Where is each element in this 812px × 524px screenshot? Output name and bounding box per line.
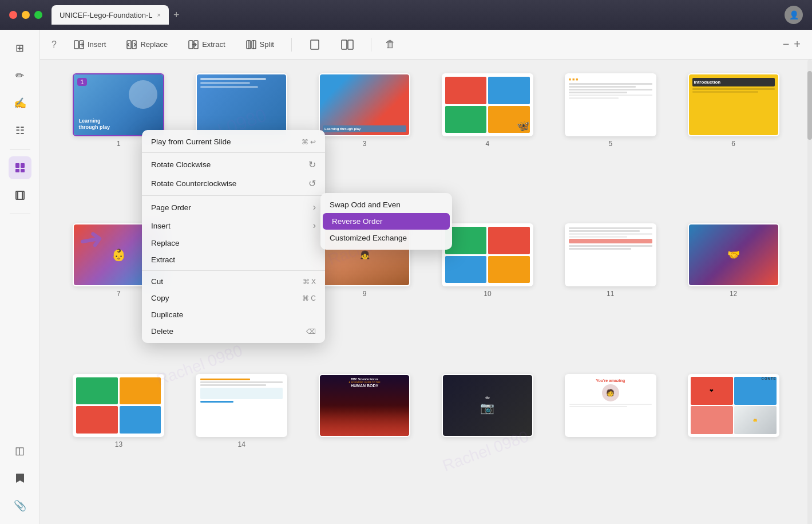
delete-button[interactable]: 🗑 [385, 38, 395, 50]
thumb-image-13[interactable] [73, 374, 164, 437]
avatar: 👤 [785, 6, 803, 24]
thumb-image-17[interactable]: You're amazing 🧑 [565, 374, 656, 437]
thumb-image-5[interactable]: ■ ■ ■ [565, 73, 656, 136]
page-thumb-4[interactable]: 🦋 4 [431, 73, 543, 210]
thumb-image-16[interactable]: dp 📷 [442, 374, 533, 437]
cm-page-order[interactable]: Page Order [142, 198, 325, 216]
sidebar-divider-1 [10, 149, 30, 149]
maximize-button[interactable] [34, 11, 42, 19]
thumb-image-6[interactable]: Introduction [688, 73, 779, 136]
svg-rect-22 [348, 40, 353, 49]
scrollbar-thumb[interactable] [807, 71, 812, 140]
extract-button[interactable]: Extract [185, 37, 228, 52]
page-thumb-12[interactable]: 🤝 12 [678, 223, 789, 360]
page-number-1: 1 [117, 140, 121, 148]
page-number-7: 7 [117, 290, 121, 298]
scrollbar[interactable] [807, 60, 812, 524]
cm-cut-label: Cut [151, 277, 163, 286]
sidebar-divider-2 [10, 214, 30, 214]
toolbar-separator-1 [291, 38, 292, 52]
thumb-image-10[interactable] [442, 223, 533, 286]
cm-rotate-cw-icon: ↻ [308, 159, 316, 170]
minimize-button[interactable] [22, 11, 30, 19]
cm-extract-label: Extract [151, 255, 175, 264]
cm-replace[interactable]: Replace [142, 235, 325, 251]
thumb-image-14[interactable] [196, 374, 287, 437]
thumb-image-1[interactable]: Learningthrough play 1 [73, 73, 164, 136]
page-thumb-14[interactable]: 14 [186, 374, 298, 510]
page-thumb-16[interactable]: dp 📷 [431, 374, 543, 510]
page-number-11: 11 [607, 290, 614, 298]
sidebar-icon-edit[interactable]: ✏ [9, 64, 31, 87]
svg-rect-1 [21, 163, 25, 168]
cm-rotate-cw[interactable]: Rotate Clockwise ↻ [142, 155, 325, 174]
page-thumb-11[interactable]: 11 [554, 223, 666, 360]
view-single-button[interactable] [306, 37, 324, 53]
insert-label: Insert [88, 40, 106, 49]
document-tab[interactable]: UNICEF-Lego-Foundation-L × [52, 5, 169, 25]
page-thumb-5[interactable]: ■ ■ ■ 5 [554, 73, 666, 210]
sidebar-icon-layers[interactable]: ◫ [9, 439, 31, 462]
svg-rect-13 [189, 41, 193, 49]
cm-play-shortcut: ⌘ ↩ [302, 138, 316, 146]
thumb-image-15[interactable]: BBC Science Focus A SCIENTIFIC GUIDE TO … [319, 374, 410, 437]
thumb-image-4[interactable]: 🦋 [442, 73, 533, 136]
page-thumb-3[interactable]: Learning through play 3 [309, 73, 421, 210]
svg-rect-0 [15, 163, 19, 168]
page-thumb-17[interactable]: You're amazing 🧑 [554, 374, 666, 510]
cm-copy[interactable]: Copy ⌘ C [142, 290, 325, 306]
cm-cut[interactable]: Cut ⌘ X [142, 273, 325, 290]
sidebar-icon-crop[interactable] [9, 184, 31, 207]
cm-divider-1 [142, 152, 325, 153]
cm-delete[interactable]: Delete ⌫ [142, 323, 325, 340]
thumb-image-18[interactable]: ❤ 🤲 CONTE [688, 374, 779, 437]
toolbar-separator-2 [371, 38, 371, 52]
main-area: ⊞ ✏ ✍ ☷ ◫ 📎 ? Insert [0, 30, 812, 524]
sidebar-icon-organize[interactable]: ☷ [9, 119, 31, 142]
cm-rotate-ccw[interactable]: Rotate Counterclockwise ↺ [142, 174, 325, 193]
cm-swap-label: Swap Odd and Even [330, 200, 401, 209]
toolbar: ? Insert Replace Extract Split [40, 30, 812, 60]
zoom-in-button[interactable]: + [794, 38, 801, 51]
cm-duplicate[interactable]: Duplicate [142, 306, 325, 323]
page-thumb-6[interactable]: Introduction 6 [678, 73, 789, 210]
cm-reverse-order[interactable]: Reverse Order [323, 213, 450, 230]
cm-duplicate-label: Duplicate [151, 310, 183, 319]
sidebar-icon-pages[interactable] [9, 156, 31, 179]
tab-close-icon[interactable]: × [157, 11, 161, 18]
close-button[interactable] [9, 11, 17, 19]
sidebar: ⊞ ✏ ✍ ☷ ◫ 📎 [0, 30, 40, 524]
view-double-button[interactable] [338, 37, 357, 53]
sidebar-icon-annotate[interactable]: ✍ [9, 92, 31, 115]
thumb-image-12[interactable]: 🤝 [688, 223, 779, 286]
insert-button[interactable]: Insert [70, 37, 110, 52]
sidebar-icon-bookmark[interactable] [9, 467, 31, 490]
page-thumb-13[interactable]: 13 [63, 374, 175, 510]
cm-delete-label: Delete [151, 327, 173, 336]
replace-button[interactable]: Replace [123, 37, 171, 52]
zoom-out-button[interactable]: − [783, 38, 790, 51]
svg-rect-3 [21, 169, 25, 172]
sidebar-icon-thumbnails[interactable]: ⊞ [9, 37, 31, 60]
page-badge-1: 1 [77, 78, 86, 86]
thumb-image-11[interactable] [565, 223, 656, 286]
page-number-12: 12 [730, 290, 737, 298]
thumb-image-3[interactable]: Learning through play [319, 73, 410, 136]
cm-insert[interactable]: Insert [142, 216, 325, 235]
cm-play-label: Play from Current Slide [151, 137, 231, 146]
cm-play-from-slide[interactable]: Play from Current Slide ⌘ ↩ [142, 133, 325, 150]
help-button[interactable]: ? [52, 40, 57, 50]
page-thumb-18[interactable]: ❤ 🤲 CONTE [678, 374, 789, 510]
new-tab-button[interactable]: + [173, 9, 180, 21]
sidebar-icon-attach[interactable]: 📎 [9, 494, 31, 517]
page-number-6: 6 [731, 140, 735, 148]
cm-extract[interactable]: Extract [142, 251, 325, 268]
zoom-controls: − + [783, 38, 801, 51]
cm-swap-odd-even[interactable]: Swap Odd and Even [320, 196, 452, 213]
thumb-image-2[interactable] [196, 73, 287, 136]
page-number-13: 13 [115, 440, 122, 448]
cm-customized-exchange[interactable]: Customized Exchange [320, 230, 452, 246]
cm-copy-label: Copy [151, 294, 169, 302]
page-thumb-15[interactable]: BBC Science Focus A SCIENTIFIC GUIDE TO … [309, 374, 421, 510]
split-button[interactable]: Split [243, 37, 278, 52]
